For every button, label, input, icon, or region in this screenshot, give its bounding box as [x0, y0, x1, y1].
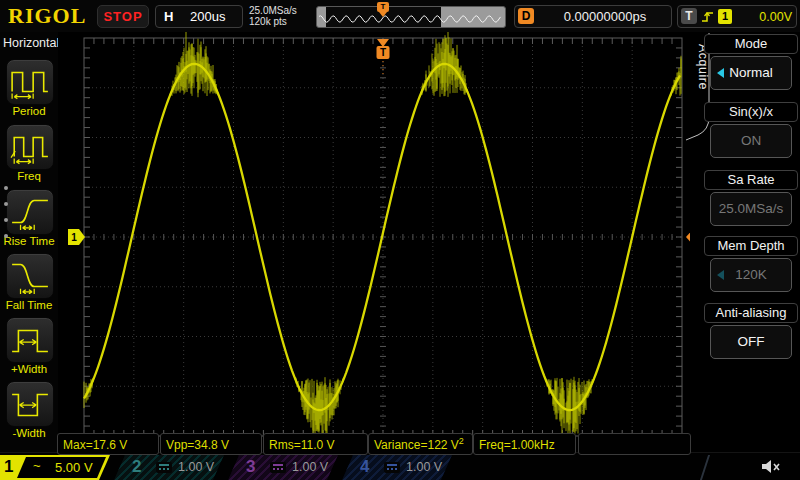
- preview-wave: [317, 7, 503, 25]
- page-indicator-dot: [4, 234, 8, 238]
- measure-category-title: Horizontal: [3, 36, 59, 50]
- waveform-position-bar[interactable]: [316, 6, 506, 28]
- menu-item-mode[interactable]: Mode Normal: [704, 34, 798, 90]
- pwidth-button[interactable]: [6, 317, 54, 363]
- mode-label: Mode: [704, 34, 798, 54]
- dc-coupling-icon: [270, 462, 286, 473]
- fall-time-button[interactable]: [6, 253, 54, 299]
- page-indicator-dot: [4, 218, 8, 222]
- delay-value: 0.00000000ps: [539, 9, 671, 24]
- channel-1-scale: 5.00 V: [55, 460, 93, 475]
- rise-time-button[interactable]: [6, 189, 54, 235]
- period-icon: [10, 64, 50, 100]
- oscilloscope-screen: RIGOL STOP H 200us 25.0MSa/s 120k pts T …: [0, 0, 800, 480]
- top-status-bar: RIGOL STOP H 200us 25.0MSa/s 120k pts T …: [0, 0, 800, 33]
- fall-time-icon: [10, 258, 50, 294]
- page-indicator-dot: [4, 186, 8, 190]
- run-state-indicator[interactable]: STOP: [97, 5, 149, 28]
- sinx-value: ON: [741, 133, 761, 148]
- channel-1-tab[interactable]: 1 ~ 5.00 V: [0, 455, 110, 480]
- acquire-menu: Acquire Mode Normal Sin(x)/x ON Sa Rate …: [690, 32, 800, 452]
- channel-4-number: 4: [360, 457, 369, 477]
- measure-sidebar: Horizontal Period Freq: [0, 32, 59, 452]
- measurement-max: Max=17.6 V: [57, 433, 159, 455]
- trigger-source-badge: 1: [718, 9, 732, 24]
- sample-rate-block: 25.0MSa/s 120k pts: [249, 5, 297, 27]
- graticule-and-trace: T1T: [58, 32, 690, 452]
- mode-value: Normal: [729, 65, 773, 80]
- period-button[interactable]: [6, 59, 54, 105]
- mode-softkey[interactable]: Normal: [710, 56, 792, 90]
- menu-item-sa-rate[interactable]: Sa Rate 25.0MSa/s: [704, 170, 798, 226]
- sinx-label: Sin(x)/x: [704, 102, 798, 122]
- pwidth-icon: [10, 322, 50, 358]
- sa-rate-label: Sa Rate: [704, 170, 798, 190]
- measurement-rms: Rms=11.0 V: [263, 433, 368, 455]
- timebase-label: H: [164, 9, 173, 24]
- measurement-vpp: Vpp=34.8 V: [160, 433, 262, 455]
- trigger-delay-indicator[interactable]: D 0.00000000ps: [514, 5, 672, 28]
- rigol-logo: RIGOL: [8, 3, 86, 29]
- measurement-freq: Freq=1.00kHz: [473, 433, 576, 455]
- freq-button[interactable]: [6, 124, 54, 170]
- timebase-value: 200us: [190, 9, 225, 24]
- channel-2-scale: 1.00 V: [178, 460, 214, 474]
- trigger-level-value: 0.00V: [740, 10, 792, 24]
- sound-muted-icon[interactable]: [760, 458, 782, 476]
- trigger-position-mini-marker[interactable]: T: [376, 2, 390, 17]
- anti-aliasing-softkey[interactable]: OFF: [710, 325, 792, 359]
- trigger-position-mini-arrow-icon: [379, 12, 387, 17]
- channel-3-number: 3: [246, 457, 255, 477]
- sample-rate-value: 25.0MSa/s: [249, 5, 297, 16]
- waveform-display-area: T1T: [58, 32, 690, 452]
- anti-aliasing-value: OFF: [738, 334, 765, 349]
- trigger-status-indicator[interactable]: T 1 0.00V: [677, 5, 797, 28]
- channel-3-tab[interactable]: 3 1.00 V: [228, 455, 338, 480]
- channel-status-bar: 1 ~ 5.00 V 2 1.00 V 3 1.00 V 4 1.00 V: [0, 452, 800, 480]
- fall-time-label: Fall Time: [0, 299, 58, 311]
- mem-depth-softkey[interactable]: 120K: [710, 258, 792, 292]
- freq-icon: [10, 129, 50, 165]
- nwidth-button[interactable]: [6, 381, 54, 427]
- anti-aliasing-label: Anti-aliasing: [704, 303, 798, 323]
- channel-4-tab[interactable]: 4 1.00 V: [342, 455, 452, 480]
- mem-depth-label: Mem Depth: [704, 236, 798, 256]
- channel-2-tab[interactable]: 2 1.00 V: [114, 455, 224, 480]
- menu-item-sinx[interactable]: Sin(x)/x ON: [704, 102, 798, 158]
- channel-1-inner: ~ 5.00 V: [17, 457, 106, 478]
- menu-item-anti-aliasing[interactable]: Anti-aliasing OFF: [704, 303, 798, 359]
- rise-time-icon: [10, 194, 50, 230]
- pwidth-label: +Width: [0, 363, 58, 375]
- dc-coupling-icon: [384, 462, 400, 473]
- ac-coupling-icon: ~: [33, 458, 41, 473]
- nwidth-icon: [10, 386, 50, 422]
- mem-points-value: 120k pts: [249, 16, 297, 27]
- left-arrow-icon: [717, 68, 724, 78]
- channel-4-scale: 1.00 V: [406, 460, 442, 474]
- channel-1-number: 1: [4, 457, 13, 477]
- trigger-icon: T: [681, 8, 697, 24]
- period-label: Period: [0, 105, 58, 117]
- timebase-indicator[interactable]: H 200us: [155, 5, 243, 28]
- nwidth-label: -Width: [0, 427, 58, 439]
- measurement-variance: Variance=122 V2: [368, 433, 473, 455]
- menu-item-mem-depth[interactable]: Mem Depth 120K: [704, 236, 798, 292]
- left-arrow-icon: [717, 270, 724, 280]
- trigger-position-mini-label: T: [377, 2, 389, 12]
- mem-depth-value: 120K: [735, 267, 767, 282]
- freq-label: Freq: [0, 170, 58, 182]
- sa-rate-softkey[interactable]: 25.0MSa/s: [710, 192, 792, 226]
- channel-3-scale: 1.00 V: [292, 460, 328, 474]
- svg-text:T: T: [380, 47, 386, 58]
- sa-rate-value: 25.0MSa/s: [719, 201, 784, 216]
- dc-coupling-icon: [156, 462, 172, 473]
- page-indicator-dot: [4, 202, 8, 206]
- rising-slope-icon: [701, 9, 715, 25]
- delay-icon: D: [518, 8, 534, 24]
- svg-text:1: 1: [71, 232, 77, 243]
- channel-bar-divider: [700, 455, 710, 480]
- sinx-softkey[interactable]: ON: [710, 124, 792, 158]
- measurement-empty-slot: [578, 433, 691, 455]
- measurement-readout-row: Max=17.6 V Vpp=34.8 V Rms=11.0 V Varianc…: [57, 433, 693, 453]
- rise-time-label: Rise Time: [0, 235, 58, 247]
